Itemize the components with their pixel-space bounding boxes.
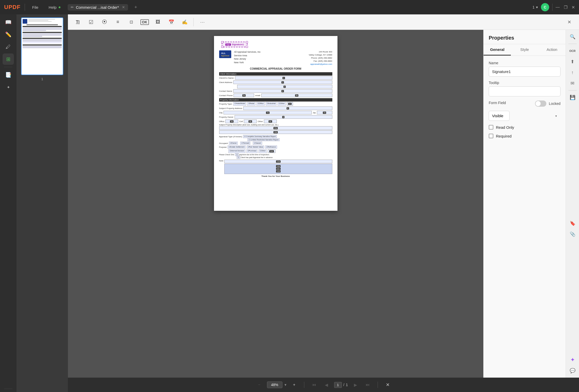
toolbar-right: ✕ <box>564 16 575 28</box>
save-icon[interactable]: 💾 <box>568 93 577 102</box>
checkbox-btn[interactable]: ☑ <box>85 16 97 28</box>
resize-tl[interactable] <box>221 41 223 43</box>
tab-style[interactable]: Style <box>511 44 538 56</box>
mini-pdf-content <box>22 18 63 75</box>
more-btn[interactable]: ⋯ <box>197 16 208 28</box>
date-btn[interactable]: 📅 <box>166 16 177 28</box>
pdf-field-row-8: Property Owner 8 <box>219 115 332 119</box>
visible-select[interactable]: Visible Hidden No Print <box>489 111 510 121</box>
property-info-header: Property Information: <box>219 98 332 102</box>
zoom-dropdown[interactable]: ▾ <box>284 382 287 387</box>
tab-form-icon: ✏ <box>71 5 74 9</box>
email-icon[interactable]: ✉ <box>568 78 577 88</box>
sidebar-organize-icon[interactable]: 📑 <box>3 69 14 80</box>
top-bar: UPDF File Help ✏ Commercial ...isal Orde… <box>0 0 579 14</box>
tooltip-input[interactable] <box>489 86 560 96</box>
zoom-area: ▾ <box>267 381 287 388</box>
tooltip-label: Tooltip <box>489 81 560 85</box>
name-input[interactable] <box>489 67 560 77</box>
divider-2 <box>552 4 553 11</box>
signature-field[interactable]: Sign Signature1 <box>222 42 248 47</box>
signature-btn[interactable]: ✍ <box>179 16 190 28</box>
file-menu[interactable]: File <box>29 4 41 11</box>
pdf-thank-you: Thank You for Your Business <box>219 175 332 177</box>
sidebar-form-icon[interactable]: ⊞ <box>3 53 14 65</box>
toolbar-area: T| ☑ ⦿ ≡ ⊡ OK 🖼 📅 ✍ <box>68 14 579 392</box>
pdf-occupant: Occupant ☑Owner ☑Tennant ☑Vacant <box>219 142 332 145</box>
image-btn[interactable]: 🖼 <box>152 16 164 28</box>
first-page-btn[interactable]: ⏮ <box>309 380 319 389</box>
dropdown-btn[interactable]: ⊡ <box>126 16 137 28</box>
new-tab-btn[interactable]: + <box>134 5 137 10</box>
zoom-input[interactable] <box>267 381 282 388</box>
zoom-out-btn[interactable]: − <box>255 380 264 389</box>
page-number-input[interactable] <box>334 382 342 388</box>
bookmark-icon[interactable]: 🔖 <box>568 218 577 228</box>
help-menu[interactable]: Help <box>46 4 64 11</box>
visible-select-wrapper: Visible Hidden No Print <box>489 111 560 121</box>
right-sep-1 <box>568 44 577 44</box>
tab-close-btn[interactable]: ✕ <box>122 5 125 9</box>
tab-general[interactable]: General <box>484 44 511 56</box>
form-field-label: Form Field <box>489 101 506 105</box>
radio-btn[interactable]: ⦿ <box>99 16 110 28</box>
page-number-label: 1 <box>41 77 43 81</box>
pdf-field-row-6: Subject Property Address 6 <box>219 106 332 110</box>
bottom-close-btn[interactable]: ✕ <box>383 380 392 389</box>
user-avatar[interactable]: C <box>541 3 549 11</box>
sidebar-reader-icon[interactable]: 📖 <box>3 16 14 28</box>
resize-tr[interactable] <box>246 41 248 43</box>
active-tab[interactable]: ✏ Commercial ...isal Order* ✕ <box>68 4 128 11</box>
text-field-btn[interactable]: T| <box>72 16 83 28</box>
window-controls: — ❐ ✕ <box>556 5 575 10</box>
sidebar-sep-2 <box>4 389 12 389</box>
page-nav: 1 ▾ <box>532 5 538 9</box>
chat-icon[interactable]: 💬 <box>568 366 577 376</box>
ai-bottom-icon[interactable]: ✦ <box>568 355 577 365</box>
bar-sep-2 <box>378 382 378 388</box>
toolbar: T| ☑ ⦿ ≡ ⊡ OK 🖼 📅 ✍ <box>68 14 579 30</box>
tab-action[interactable]: Action <box>538 44 566 56</box>
properties-title: Properties <box>484 30 566 44</box>
visible-field-group: Visible Hidden No Print <box>489 111 560 121</box>
restore-btn[interactable]: ❐ <box>564 5 567 10</box>
pdf-purpose: Purpose ☑Estate Settlement ☑Fair Market … <box>219 145 332 149</box>
zoom-in-btn[interactable]: + <box>290 380 299 389</box>
minimize-btn[interactable]: — <box>556 5 560 10</box>
list-btn[interactable]: ≡ <box>112 16 123 28</box>
search-icon[interactable]: 🔍 <box>568 32 577 42</box>
page-thumbnail[interactable] <box>21 17 63 75</box>
bar-sep-1 <box>304 382 304 388</box>
ocr-icon[interactable]: OCR <box>568 46 577 56</box>
required-checkbox[interactable] <box>489 134 493 138</box>
read-only-label: Read Only <box>496 125 514 130</box>
sidebar-edit-icon[interactable]: ✏️ <box>3 29 14 40</box>
next-page-btn[interactable]: ▶ <box>351 380 360 389</box>
pdf-page: Sign Signature1 ALL Appraisal All Apprai… <box>214 36 337 211</box>
sidebar-bottom <box>4 388 12 390</box>
pdf-viewer[interactable]: Sign Signature1 ALL Appraisal All Apprai… <box>68 30 483 378</box>
resize-bl[interactable] <box>221 46 223 48</box>
last-page-btn[interactable]: ⏭ <box>363 380 372 389</box>
close-btn[interactable]: ✕ <box>572 5 575 10</box>
locked-toggle[interactable] <box>535 101 546 107</box>
ok-btn[interactable]: OK <box>139 16 150 28</box>
form-close-btn[interactable]: ✕ <box>564 16 575 28</box>
signature-field-label: Signature1 <box>232 43 244 46</box>
prev-page-btn[interactable]: ◀ <box>322 380 331 389</box>
pdf-property-type: Property Type: ☑Hotel/Motel ☑Retail ☑Off… <box>219 102 332 106</box>
total-pages: 1 <box>346 383 348 387</box>
properties-content: Name Tooltip Form Field Locked <box>484 56 566 378</box>
read-only-checkbox[interactable] <box>489 125 493 130</box>
sidebar-annotate-icon[interactable]: 🖊 <box>3 41 14 52</box>
attachment-icon[interactable]: 📎 <box>568 229 577 239</box>
properties-tabs: General Style Action <box>484 44 566 56</box>
top-right-area: 1 ▾ C — ❐ ✕ <box>532 3 575 11</box>
resize-br[interactable] <box>246 46 248 48</box>
extract-icon[interactable]: ⬆ <box>568 57 577 67</box>
thumbnail-panel: 1 <box>16 14 68 392</box>
pdf-field-row-3: 3 <box>219 85 332 88</box>
share-icon[interactable]: ↑ <box>568 68 577 77</box>
sidebar-ai-icon[interactable]: ✦ <box>3 81 14 93</box>
pdf-field-row-9: Office 9a Cell 9b Other 9c <box>219 120 332 123</box>
